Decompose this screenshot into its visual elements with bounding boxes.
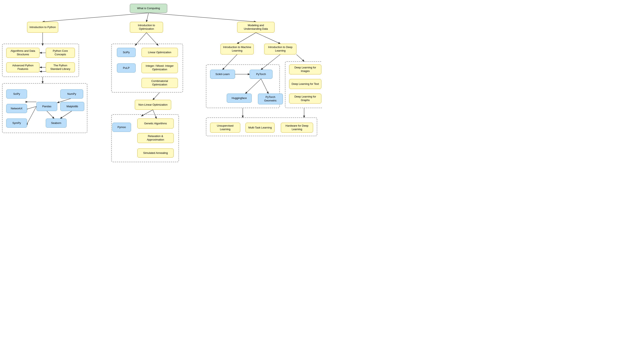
hw-dl-node: Hardware for Deep Learning — [281, 123, 313, 133]
scipy-left-node: SciPy — [6, 89, 27, 98]
comb-opt-label: Combinatorial Optimization — [144, 79, 176, 86]
sklearn-node: Scikit-Learn — [210, 70, 235, 79]
multitask-node: Multi-Task Learning — [246, 123, 274, 133]
dl-graphs-node: Deep Learning for Graphs — [289, 93, 322, 103]
svg-line-20 — [256, 33, 280, 44]
scipy-left-label: SciPy — [13, 92, 20, 96]
intro-opt-label: Introduction to Optimization — [132, 24, 161, 31]
py-stdlib-node: The Python Standard Library — [46, 62, 75, 72]
intro-ml-label: Introduction to Machine Learning — [223, 45, 252, 53]
sim-anneal-label: Simulated Annealing — [143, 151, 168, 155]
dl-graphs-label: Deep Learning for Graphs — [292, 95, 319, 102]
algo-ds-node: Algorithms and Data Structures — [6, 48, 40, 58]
sim-anneal-node: Simulated Annealing — [137, 148, 174, 158]
relax-node: Relaxation & Approximation — [137, 133, 174, 143]
svg-line-0 — [43, 13, 148, 22]
multitask-label: Multi-Task Learning — [248, 126, 272, 129]
numpy-label: NumPy — [68, 92, 76, 96]
adv-python-node: Advanced Python Features — [6, 62, 40, 72]
dl-images-node: Deep Learning for Images — [289, 64, 322, 74]
nonlinear-label: Non-Linear Optimization — [138, 103, 168, 107]
matplotlib-label: Matplotlib — [66, 105, 78, 108]
networkx-label: NetworkX — [11, 107, 22, 110]
intro-python-node: Introduction to Python — [27, 22, 58, 33]
dl-text-node: Deep Learning for Text — [289, 79, 322, 89]
pulp-label: PuLP — [123, 66, 130, 70]
svg-line-2 — [148, 13, 256, 22]
linear-opt-label: Linear Optimization — [148, 51, 172, 54]
int-mixed-node: Integer / Mixed- Integer Optimization — [142, 62, 178, 73]
huggingface-node: Huggingface — [227, 93, 252, 103]
pytorch-node: PyTorch — [250, 70, 272, 79]
py-stdlib-label: The Python Standard Library — [48, 64, 72, 71]
modeling-node: Modeling and Understanding Data — [237, 22, 274, 33]
algo-ds-label: Algorithms and Data Structures — [8, 49, 37, 56]
py-core-node: Python Core Concepts — [46, 48, 75, 58]
adv-python-label: Advanced Python Features — [8, 64, 37, 71]
numpy-node: NumPy — [60, 89, 83, 98]
root-label: What is Computing — [137, 7, 160, 10]
intro-python-label: Introduction to Python — [30, 25, 56, 29]
pulp-node: PuLP — [117, 63, 136, 72]
intro-opt-node: Introduction to Optimization — [130, 22, 163, 33]
diagram: What is Computing Introduction to Python… — [0, 0, 322, 181]
dl-text-label: Deep Learning for Text — [292, 82, 319, 86]
modeling-label: Modeling and Understanding Data — [240, 24, 272, 31]
svg-line-14 — [135, 33, 146, 45]
comb-opt-node: Combinatorial Optimization — [142, 78, 178, 88]
hw-dl-label: Hardware for Deep Learning — [283, 124, 311, 131]
int-mixed-label: Integer / Mixed- Integer Optimization — [144, 64, 176, 71]
unsupervised-node: Unsupervised Learning — [210, 123, 240, 133]
svg-line-19 — [237, 33, 256, 44]
svg-line-23 — [296, 54, 304, 61]
py-core-label: Python Core Concepts — [48, 49, 72, 56]
genetic-node: Genetic Algorithms — [137, 118, 174, 128]
svg-line-16 — [153, 92, 160, 100]
dl-images-label: Deep Learning for Images — [292, 66, 319, 73]
pymoo-node: Pymoo — [112, 123, 131, 132]
pandas-node: Pandas — [36, 102, 57, 111]
huggingface-label: Huggingface — [232, 96, 247, 100]
scipy-right-node: SciPy — [117, 48, 136, 57]
intro-ml-node: Introduction to Machine Learning — [220, 44, 254, 54]
sympy-label: SymPy — [12, 121, 21, 125]
networkx-node: NetworkX — [6, 104, 27, 113]
matplotlib-node: Matplotlib — [60, 102, 84, 111]
scipy-right-label: SciPy — [123, 51, 130, 54]
intro-dl-label: Introduction to Deep Learning — [266, 45, 294, 53]
intro-dl-node: Introduction to Deep Learning — [264, 44, 296, 54]
relax-label: Relaxation & Approximation — [140, 134, 172, 142]
seaborn-label: Seaborn — [51, 121, 61, 125]
pytorch-geo-label: PyTorch Geometric — [260, 95, 280, 102]
sklearn-label: Scikit-Learn — [216, 72, 230, 76]
unsupervised-label: Unsupervised Learning — [212, 124, 238, 131]
svg-line-15 — [146, 33, 158, 45]
linear-opt-node: Linear Optimization — [142, 48, 178, 57]
genetic-label: Genetic Algorithms — [144, 122, 167, 125]
pandas-label: Pandas — [42, 105, 52, 108]
sympy-node: SymPy — [6, 118, 27, 128]
svg-line-1 — [146, 13, 148, 22]
pytorch-geo-node: PyTorch Geometric — [258, 93, 283, 104]
seaborn-node: Seaborn — [46, 118, 66, 128]
root-node: What is Computing — [130, 4, 167, 13]
pytorch-label: PyTorch — [256, 72, 266, 76]
nonlinear-node: Non-Linear Optimization — [135, 100, 171, 110]
pymoo-label: Pymoo — [118, 126, 126, 129]
